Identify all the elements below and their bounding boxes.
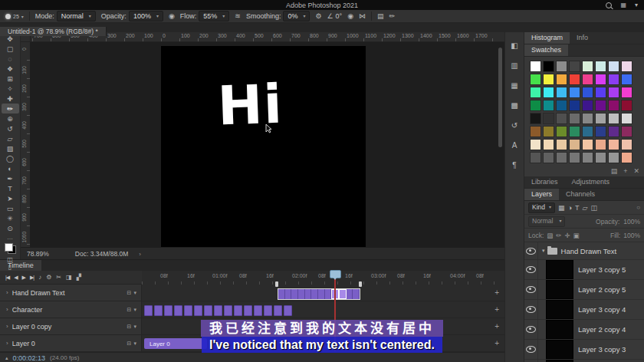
track-header[interactable]: ›Layer 0⊟▾ [0, 335, 142, 351]
swatch[interactable] [582, 100, 593, 111]
tool-type[interactable]: T [2, 183, 19, 193]
flow-dropdown[interactable]: 55% ▾ [199, 11, 229, 21]
vertical-scrollbar[interactable] [498, 48, 502, 147]
layer-row[interactable]: Layer 2 copy 4 [524, 320, 644, 340]
blend-mode-dropdown[interactable]: Normal ▾ [528, 216, 565, 227]
swatch[interactable] [608, 87, 619, 98]
swatch[interactable] [608, 100, 619, 111]
airbrush-icon[interactable]: ≋ [235, 12, 241, 20]
lock-position-icon[interactable]: ✛ [564, 232, 570, 239]
tab-libraries[interactable]: Libraries [524, 176, 565, 188]
mode-dropdown[interactable]: Normal ▾ [57, 11, 96, 21]
clip-trim-handle[interactable] [275, 281, 278, 287]
frame-view-icon[interactable]: ▞ [77, 274, 81, 281]
chevron-down-icon[interactable]: ▾ [133, 324, 136, 330]
swatch[interactable] [582, 61, 593, 72]
filter-shape-icon[interactable]: ▱ [582, 204, 587, 212]
swatch[interactable] [543, 126, 554, 137]
filter-adjustment-icon[interactable]: ◑ [568, 204, 572, 212]
swatch[interactable] [608, 126, 619, 137]
frame-segment[interactable] [325, 289, 332, 299]
frame-segment[interactable] [305, 289, 312, 299]
timeline-clip-layer-0[interactable]: Layer 0 [144, 338, 207, 349]
swatch[interactable] [530, 139, 541, 150]
add-media-button[interactable]: + [495, 339, 499, 347]
track-settings-icon[interactable]: ⊟ [127, 341, 132, 347]
layer-row[interactable]: Layer 3 copy 4 [524, 300, 644, 320]
screen-mode-icon[interactable]: ▯ [8, 264, 12, 271]
swatch[interactable] [556, 61, 567, 72]
edit-toolbar-icon[interactable]: … [7, 234, 13, 241]
frame-segment[interactable] [353, 289, 360, 299]
tool-shape[interactable]: ▭ [2, 203, 19, 213]
add-media-button[interactable]: + [495, 288, 499, 297]
swatch[interactable] [595, 113, 606, 124]
swatch[interactable] [595, 152, 606, 163]
visibility-toggle[interactable] [524, 340, 538, 359]
chevron-right-icon[interactable]: › [6, 323, 8, 330]
visibility-toggle[interactable] [524, 242, 538, 259]
tool-dodge[interactable]: ◐ [2, 163, 19, 173]
document-tab[interactable]: Untitled-1 @ 78.9% (RGB/8#) * [0, 27, 107, 36]
add-media-button[interactable]: + [495, 322, 499, 331]
previous-frame-button[interactable]: ◀ [14, 275, 17, 281]
pressure-opacity-icon[interactable]: ◉ [169, 12, 175, 20]
filter-type-icon[interactable]: T [575, 204, 580, 212]
new-swatch-group-icon[interactable]: ▤ [611, 167, 618, 175]
tool-gradient[interactable]: ▨ [2, 143, 19, 153]
swatch[interactable] [621, 113, 632, 124]
tool-crop[interactable]: ⊞ [2, 74, 19, 84]
swatch[interactable] [621, 152, 632, 163]
track-settings-icon[interactable]: ⊟ [127, 307, 132, 313]
chevron-down-icon[interactable]: ▾ [635, 0, 638, 10]
swatch[interactable] [569, 113, 580, 124]
tool-healing-brush[interactable]: ✚ [2, 94, 19, 104]
timeline-frame-clip[interactable] [154, 305, 163, 316]
timeline-frame-clip[interactable] [244, 305, 252, 316]
swatch[interactable] [595, 139, 606, 150]
new-swatch-icon[interactable]: + [623, 167, 627, 175]
swatch[interactable] [530, 61, 541, 72]
swatch[interactable] [556, 152, 567, 163]
lock-all-icon[interactable]: ▣ [573, 232, 580, 239]
filter-toggle-icon[interactable]: ○ [636, 204, 640, 211]
timeline-settings-icon[interactable]: ⚙ [46, 274, 51, 281]
timeline-ruler[interactable]: 08f16f01:00f08f16f02:00f08f16f03:00f08f1… [142, 271, 504, 285]
swatch[interactable] [543, 87, 554, 98]
layer-row[interactable]: Layer 3 copy 5 [524, 260, 644, 280]
frame-segment[interactable] [318, 289, 325, 299]
timeline-frame-clip[interactable] [284, 305, 292, 316]
chevron-right-icon[interactable]: › [139, 251, 141, 258]
frame-segment[interactable] [339, 289, 347, 299]
tool-eyedropper[interactable]: ✧ [2, 84, 19, 94]
swatch[interactable] [556, 100, 567, 111]
swatch[interactable] [582, 152, 593, 163]
swatch[interactable] [621, 74, 632, 85]
layer-thumbnail[interactable] [546, 300, 573, 319]
swatch[interactable] [608, 74, 619, 85]
kind-dropdown[interactable]: Kind ▾ [528, 202, 555, 213]
tool-hand[interactable]: ✳ [2, 213, 19, 223]
brushes-panel-icon[interactable]: ✏ [389, 12, 396, 20]
swatch[interactable] [569, 126, 580, 137]
swatch[interactable] [530, 74, 541, 85]
playhead[interactable] [330, 270, 341, 278]
timeline-frame-clip[interactable] [264, 305, 272, 316]
layer-row[interactable]: Layer 3 copy 3 [524, 340, 644, 360]
layer-row[interactable]: Layer 2 copy 5 [524, 280, 644, 300]
filter-pixel-icon[interactable]: ▦ [558, 204, 565, 212]
pressure-size-icon[interactable]: ◉ [347, 12, 353, 20]
swatch[interactable] [608, 152, 619, 163]
frame-segment[interactable] [347, 289, 353, 299]
timeline-frame-clip[interactable] [144, 305, 153, 316]
frame-segment[interactable] [285, 289, 292, 299]
audio-toggle-icon[interactable]: ♪ [38, 274, 41, 281]
chevron-up-icon[interactable]: ▴ [5, 355, 8, 361]
history-panel-icon[interactable]: ↺ [511, 121, 518, 130]
adjustments-panel-icon[interactable]: ▩ [511, 101, 518, 110]
layer-thumbnail[interactable] [546, 320, 573, 339]
paragraph-panel-icon[interactable]: ¶ [512, 161, 516, 169]
swatch[interactable] [543, 152, 554, 163]
frame-segment[interactable] [278, 289, 285, 299]
swatch[interactable] [569, 87, 580, 98]
